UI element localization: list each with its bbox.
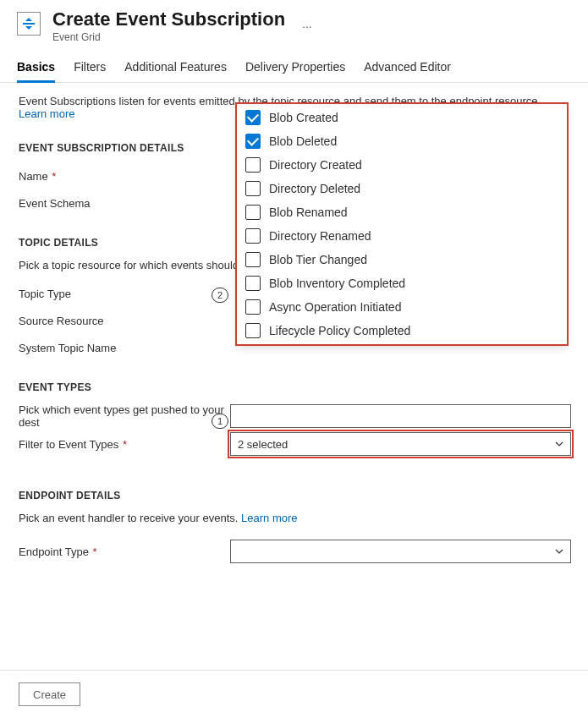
endpoint-learn-more-link[interactable]: Learn more: [241, 512, 297, 524]
endpoint-type-select[interactable]: [230, 540, 571, 563]
event-type-option-label: Blob Tier Changed: [269, 253, 367, 266]
page-title: Create Event Subscription: [52, 8, 285, 30]
event-type-option[interactable]: Directory Renamed: [237, 224, 567, 248]
learn-more-link[interactable]: Learn more: [19, 107, 74, 120]
event-type-option-label: Blob Renamed: [269, 206, 348, 219]
event-type-option-label: Directory Created: [269, 158, 362, 172]
endpoint-type-label: Endpoint Type *: [19, 545, 230, 558]
event-types-dropdown[interactable]: Blob CreatedBlob DeletedDirectory Create…: [237, 104, 567, 344]
checkbox-icon: [245, 228, 261, 244]
endpoint-desc-text: Pick an event handler to receive your ev…: [19, 512, 238, 524]
event-type-option[interactable]: Blob Renamed: [237, 200, 567, 224]
event-type-option-label: Lifecycle Policy Completed: [269, 324, 410, 337]
content-area: Event Subscriptions listen for events em…: [0, 83, 588, 563]
event-types-description: Pick which event types get pushed to you…: [19, 403, 230, 429]
event-type-option[interactable]: Lifecycle Policy Completed: [237, 319, 567, 343]
checkbox-icon: [245, 252, 261, 267]
tab-delivery-properties[interactable]: Delivery Properties: [245, 53, 345, 82]
page-subtitle: Event Grid: [52, 31, 285, 43]
event-type-option-label: Blob Deleted: [269, 134, 337, 148]
event-type-option-label: Directory Deleted: [269, 182, 360, 195]
filter-selected-text: 2 selected: [238, 438, 288, 451]
footer: Create: [0, 670, 588, 718]
chevron-down-icon: [555, 440, 563, 448]
event-schema-label: Event Schema: [19, 197, 230, 210]
name-label: Name *: [19, 170, 230, 183]
tab-basics[interactable]: Basics: [17, 53, 55, 82]
checkbox-icon: [245, 181, 261, 196]
source-resource-label: Source Resource: [19, 315, 230, 327]
event-type-option-label: Blob Inventory Completed: [269, 277, 405, 290]
checkbox-icon: [245, 157, 261, 173]
tab-advanced-editor[interactable]: Advanced Editor: [364, 53, 451, 82]
filter-to-event-types-label: Filter to Event Types *: [19, 438, 230, 451]
event-type-option-label: Async Operation Initiated: [269, 300, 401, 314]
topic-type-label: Topic Type: [19, 288, 230, 300]
event-type-option[interactable]: Async Operation Initiated: [237, 295, 567, 319]
event-types-search-input[interactable]: [230, 404, 571, 428]
event-type-option[interactable]: Directory Deleted: [237, 177, 567, 200]
section-event-types: EVENT TYPES: [19, 381, 571, 393]
system-topic-name-label: System Topic Name: [19, 342, 230, 354]
tab-additional-features[interactable]: Additional Features: [124, 53, 227, 82]
checkbox-icon: [245, 134, 261, 149]
more-actions-button[interactable]: ···: [302, 19, 312, 33]
checkbox-icon: [245, 110, 261, 125]
checkbox-icon: [245, 205, 261, 220]
section-endpoint-details: ENDPOINT DETAILS: [19, 490, 571, 502]
event-grid-icon: [17, 12, 41, 36]
endpoint-details-description: Pick an event handler to receive your ev…: [19, 512, 571, 524]
event-type-option[interactable]: Blob Tier Changed: [237, 248, 567, 271]
page-header: Create Event Subscription Event Grid ···: [0, 0, 588, 48]
filter-to-event-types-select[interactable]: 2 selected: [230, 432, 571, 456]
event-type-option[interactable]: Blob Inventory Completed: [237, 271, 567, 295]
callout-badge-2: 2: [212, 288, 228, 303]
event-type-option[interactable]: Blob Deleted: [237, 129, 567, 153]
checkbox-icon: [245, 323, 261, 338]
tab-bar: Basics Filters Additional Features Deliv…: [0, 48, 588, 83]
event-type-option[interactable]: Directory Created: [237, 153, 567, 177]
callout-badge-1: 1: [212, 414, 228, 429]
event-type-option[interactable]: Blob Created: [237, 106, 567, 129]
create-button[interactable]: Create: [19, 682, 80, 706]
event-type-option-label: Blob Created: [269, 111, 338, 124]
tab-filters[interactable]: Filters: [74, 53, 106, 82]
chevron-down-icon: [555, 547, 563, 556]
checkbox-icon: [245, 299, 261, 315]
event-type-option-label: Directory Renamed: [269, 229, 371, 243]
checkbox-icon: [245, 276, 261, 291]
